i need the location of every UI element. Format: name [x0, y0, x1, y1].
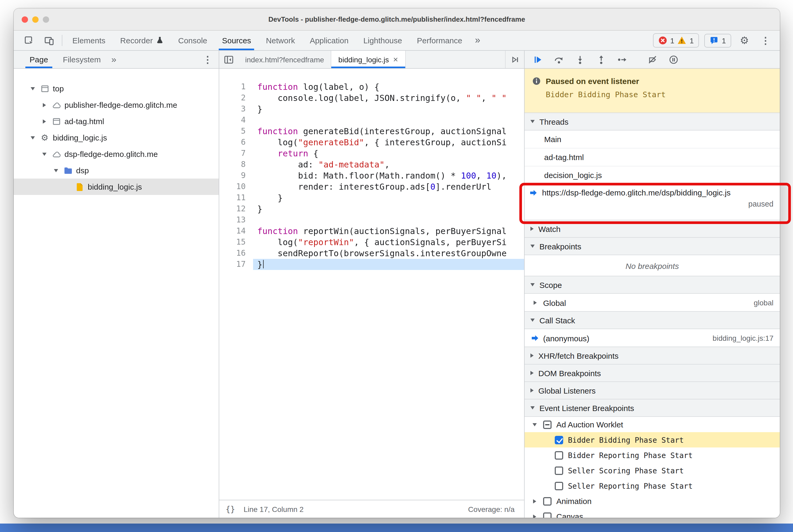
- code-line-2[interactable]: 2 console.log(label, JSON.stringify(o, "…: [219, 92, 524, 103]
- tree-item-dsp[interactable]: dsp: [14, 162, 219, 178]
- code-line-11[interactable]: 11 }: [219, 192, 524, 203]
- line-number[interactable]: 10: [219, 181, 253, 192]
- device-toolbar-button[interactable]: [39, 31, 59, 50]
- elb-item-bidder-reporting-phase-start[interactable]: Bidder Reporting Phase Start: [525, 448, 780, 463]
- checkbox-ad-auction-worklet[interactable]: [543, 420, 551, 429]
- tab-application[interactable]: Application: [302, 31, 356, 50]
- inspect-element-button[interactable]: [19, 31, 39, 50]
- scope-global-row[interactable]: Global global: [525, 294, 780, 312]
- tab-page[interactable]: Page: [22, 51, 55, 68]
- code-line-5[interactable]: 5function generateBid(interestGroup, auc…: [219, 126, 524, 137]
- expand-open-icon[interactable]: [31, 87, 35, 90]
- toggle-navigator-button[interactable]: [219, 51, 238, 68]
- tree-item-bidding-logic-js[interactable]: ⚙bidding_logic.js: [14, 129, 219, 146]
- elb-group-animation[interactable]: Animation: [525, 493, 780, 509]
- code-line-6[interactable]: 6 log("generateBid", { interestGroup, au…: [219, 137, 524, 148]
- tab-console[interactable]: Console: [171, 31, 214, 50]
- zoom-window-button[interactable]: [43, 16, 49, 22]
- step-button[interactable]: [613, 52, 631, 67]
- checkbox-bidder-reporting-phase-start[interactable]: [555, 451, 563, 459]
- section-scope[interactable]: Scope: [525, 276, 780, 294]
- checkbox-seller-scoring-phase-start[interactable]: [555, 466, 563, 475]
- expand-closed-icon[interactable]: [42, 119, 46, 124]
- tree-item-bidding-logic-js[interactable]: bidding_logic.js: [14, 178, 219, 195]
- window-titlebar[interactable]: DevTools - publisher-fledge-demo.glitch.…: [14, 8, 780, 31]
- call-stack-frame[interactable]: (anonymous) bidding_logic.js:17: [525, 329, 780, 347]
- checkbox-seller-reporting-phase-start[interactable]: [555, 481, 563, 490]
- line-number[interactable]: 4: [219, 115, 253, 126]
- tree-item-ad-tag-html[interactable]: ad-tag.html: [14, 113, 219, 129]
- elb-group-canvas[interactable]: Canvas: [525, 509, 780, 518]
- tree-item-top[interactable]: top: [14, 80, 219, 97]
- line-number[interactable]: 17: [219, 259, 253, 270]
- checkbox-bidder-bidding-phase-start[interactable]: [555, 436, 563, 444]
- code-line-9[interactable]: 9 bid: Math.floor(Math.random() * 100, 1…: [219, 170, 524, 181]
- code-line-15[interactable]: 15 log("reportWin", { auctionSignals, pe…: [219, 237, 524, 248]
- section-event-listener-breakpoints[interactable]: Event Listener Breakpoints: [525, 399, 780, 417]
- expand-open-icon[interactable]: [42, 152, 46, 156]
- thread-item-ad-tag-html[interactable]: ad-tag.html: [525, 149, 780, 166]
- line-number[interactable]: 1: [219, 81, 253, 92]
- section-threads[interactable]: Threads: [525, 113, 780, 131]
- elb-item-seller-scoring-phase-start[interactable]: Seller Scoring Phase Start: [525, 463, 780, 478]
- code-line-14[interactable]: 14function reportWin(auctionSignals, per…: [219, 226, 524, 237]
- editor-tab-bidding-logic-js[interactable]: bidding_logic.js×: [332, 51, 405, 68]
- line-number[interactable]: 13: [219, 214, 253, 226]
- expand-open-icon[interactable]: [54, 169, 58, 172]
- line-number[interactable]: 14: [219, 226, 253, 237]
- issues-badge[interactable]: 1: [704, 34, 731, 47]
- code-line-1[interactable]: 1function log(label, o) {: [219, 81, 524, 92]
- tab-recorder[interactable]: Recorder: [113, 31, 171, 50]
- thread-item-main[interactable]: Main: [525, 131, 780, 149]
- line-number[interactable]: 12: [219, 203, 253, 214]
- elb-item-bidder-bidding-phase-start[interactable]: Bidder Bidding Phase Start: [525, 432, 780, 448]
- expand-closed-icon[interactable]: [533, 499, 536, 503]
- elb-item-seller-reporting-phase-start[interactable]: Seller Reporting Phase Start: [525, 478, 780, 493]
- expand-closed-icon[interactable]: [533, 301, 536, 305]
- line-number[interactable]: 3: [219, 103, 253, 115]
- tree-item-publisher-fledge-demo-glitch-me[interactable]: publisher-fledge-demo.glitch.me: [14, 97, 219, 113]
- close-window-button[interactable]: [22, 16, 28, 22]
- line-number[interactable]: 7: [219, 148, 253, 159]
- section-dom-breakpoints[interactable]: DOM Breakpoints: [525, 364, 780, 382]
- thread-item-decision-logic-js[interactable]: decision_logic.js: [525, 166, 780, 184]
- code-editor[interactable]: 1function log(label, o) {2 console.log(l…: [219, 69, 524, 500]
- tab-sources[interactable]: Sources: [215, 31, 259, 50]
- expand-open-icon[interactable]: [31, 136, 35, 139]
- line-number[interactable]: 8: [219, 159, 253, 170]
- thread-item-https-dsp-fledge-demo-glitch-me-dsp-bidding-logic-js[interactable]: https://dsp-fledge-demo.glitch.me/dsp/bi…: [525, 184, 780, 220]
- section-watch[interactable]: Watch: [525, 220, 780, 238]
- code-line-4[interactable]: 4: [219, 115, 524, 126]
- line-number[interactable]: 6: [219, 137, 253, 148]
- step-over-button[interactable]: [550, 52, 568, 67]
- step-into-button[interactable]: [571, 52, 589, 67]
- code-line-7[interactable]: 7 return {: [219, 148, 524, 159]
- line-number[interactable]: 16: [219, 248, 253, 259]
- section-xhr-breakpoints[interactable]: XHR/fetch Breakpoints: [525, 346, 780, 364]
- pause-on-exceptions-button[interactable]: [665, 52, 683, 67]
- line-number[interactable]: 2: [219, 92, 253, 103]
- tab-elements[interactable]: Elements: [65, 31, 113, 50]
- code-line-3[interactable]: 3}: [219, 103, 524, 115]
- settings-button[interactable]: ⚙: [736, 35, 752, 45]
- minimize-window-button[interactable]: [32, 16, 39, 22]
- tree-item-dsp-fledge-demo-glitch-me[interactable]: dsp-fledge-demo.glitch.me: [14, 146, 219, 162]
- line-number[interactable]: 11: [219, 192, 253, 203]
- more-panels-button[interactable]: »: [470, 31, 486, 50]
- code-line-10[interactable]: 10 render: interestGroup.ads[0].renderUr…: [219, 181, 524, 192]
- resume-button[interactable]: [529, 52, 547, 67]
- tab-lighthouse[interactable]: Lighthouse: [356, 31, 410, 50]
- section-global-listeners[interactable]: Global Listeners: [525, 381, 780, 399]
- tab-filesystem[interactable]: Filesystem: [55, 51, 108, 68]
- code-line-17[interactable]: 17}: [219, 259, 524, 270]
- pretty-print-button[interactable]: {}: [226, 504, 235, 514]
- tab-network[interactable]: Network: [259, 31, 302, 50]
- main-menu-button[interactable]: ⋮: [758, 36, 773, 45]
- expand-open-icon[interactable]: [532, 423, 536, 426]
- section-call-stack[interactable]: Call Stack: [525, 311, 780, 329]
- code-line-13[interactable]: 13: [219, 214, 524, 226]
- tab-performance[interactable]: Performance: [410, 31, 470, 50]
- close-tab-icon[interactable]: ×: [393, 55, 398, 64]
- checkbox-animation[interactable]: [543, 497, 551, 505]
- line-number[interactable]: 9: [219, 170, 253, 181]
